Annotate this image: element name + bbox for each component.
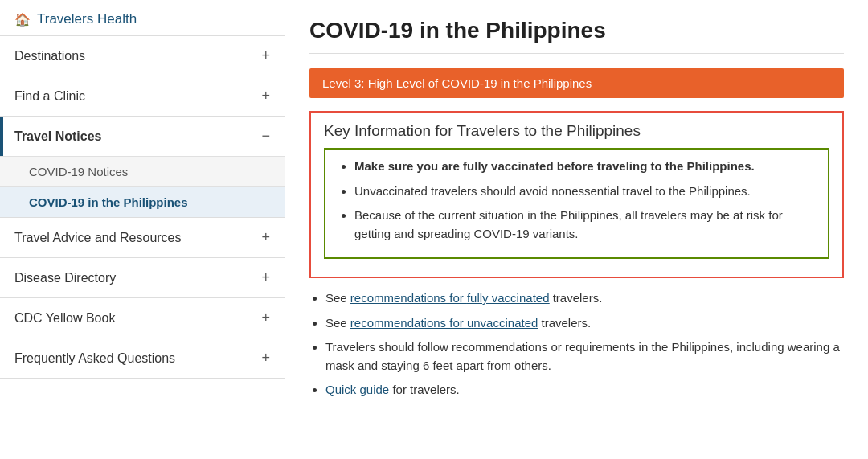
- sidebar: 🏠 Travelers Health Destinations + Find a…: [0, 0, 285, 459]
- unvaccinated-link[interactable]: recommendations for unvaccinated: [350, 316, 538, 330]
- green-bullet-3-text: Because of the current situation in the …: [354, 208, 783, 240]
- sidebar-item-faq-label: Frequently Asked Questions: [14, 351, 175, 366]
- green-bullet-1: Make sure you are fully vaccinated befor…: [354, 158, 815, 176]
- sidebar-item-disease-directory[interactable]: Disease Directory +: [0, 258, 285, 298]
- green-info-box: Make sure you are fully vaccinated befor…: [324, 148, 829, 259]
- outer-bullet-list: See recommendations for fully vaccinated…: [309, 289, 844, 400]
- outer-bullet-4-text-after: for travelers.: [392, 383, 459, 396]
- travel-advice-expand-icon: +: [261, 229, 270, 246]
- outer-bullet-1-text-after: travelers.: [553, 291, 603, 305]
- find-clinic-expand-icon: +: [261, 88, 270, 105]
- outer-bullet-3-text: Travelers should follow recommendations …: [326, 340, 840, 372]
- green-bullet-1-text: Make sure you are fully vaccinated befor…: [354, 159, 755, 173]
- travel-notices-submenu: COVID-19 Notices COVID-19 in the Philipp…: [0, 156, 285, 217]
- outer-bullet-2-text-after: travelers.: [542, 316, 592, 330]
- green-bullet-list: Make sure you are fully vaccinated befor…: [338, 158, 815, 243]
- sidebar-item-disease-directory-label: Disease Directory: [14, 271, 116, 285]
- sidebar-item-faq[interactable]: Frequently Asked Questions +: [0, 338, 285, 379]
- sidebar-home-label: Travelers Health: [37, 11, 137, 27]
- faq-expand-icon: +: [261, 350, 270, 367]
- outer-bullet-2: See recommendations for unvaccinated tra…: [326, 314, 844, 333]
- outer-bullet-1-text-before: See: [326, 291, 350, 305]
- outer-bullet-1: See recommendations for fully vaccinated…: [326, 289, 844, 308]
- page-title: COVID-19 in the Philippines: [309, 18, 844, 54]
- green-bullet-2-text: Unvaccinated travelers should avoid none…: [354, 184, 751, 198]
- sidebar-item-cdc-yellow-book[interactable]: CDC Yellow Book +: [0, 298, 285, 338]
- sidebar-item-travel-notices-label: Travel Notices: [14, 129, 102, 144]
- quick-guide-link[interactable]: Quick guide: [326, 383, 389, 396]
- main-content: COVID-19 in the Philippines Level 3: Hig…: [285, 0, 868, 459]
- key-info-title: Key Information for Travelers to the Phi…: [324, 122, 829, 140]
- sidebar-item-destinations-label: Destinations: [14, 49, 85, 64]
- key-info-box: Key Information for Travelers to the Phi…: [309, 111, 844, 278]
- sidebar-sub-item-covid-notices[interactable]: COVID-19 Notices: [0, 156, 285, 186]
- outer-bullet-2-text-before: See: [326, 316, 350, 330]
- travel-notices-expand-icon: −: [261, 128, 270, 145]
- home-icon: 🏠: [14, 12, 31, 27]
- outer-bullet-3: Travelers should follow recommendations …: [326, 338, 844, 375]
- disease-directory-expand-icon: +: [261, 269, 270, 286]
- sidebar-item-travel-advice-label: Travel Advice and Resources: [14, 231, 182, 245]
- cdc-yellow-book-expand-icon: +: [261, 309, 270, 326]
- sidebar-sub-item-covid-philippines[interactable]: COVID-19 in the Philippines: [0, 186, 285, 217]
- sidebar-item-find-clinic-label: Find a Clinic: [14, 89, 85, 104]
- sidebar-item-travel-advice[interactable]: Travel Advice and Resources +: [0, 218, 285, 258]
- outer-bullet-4: Quick guide for travelers.: [326, 381, 844, 400]
- sidebar-item-travel-notices[interactable]: Travel Notices − COVID-19 Notices COVID-…: [0, 117, 285, 218]
- green-bullet-3: Because of the current situation in the …: [354, 207, 815, 243]
- sidebar-item-destinations[interactable]: Destinations +: [0, 36, 285, 76]
- destinations-expand-icon: +: [261, 47, 270, 64]
- alert-banner: Level 3: High Level of COVID-19 in the P…: [309, 68, 844, 98]
- sidebar-item-cdc-yellow-book-label: CDC Yellow Book: [14, 311, 115, 326]
- sidebar-item-find-clinic[interactable]: Find a Clinic +: [0, 76, 285, 117]
- fully-vaccinated-link[interactable]: recommendations for fully vaccinated: [350, 291, 550, 305]
- sidebar-home[interactable]: 🏠 Travelers Health: [0, 0, 285, 36]
- green-bullet-2: Unvaccinated travelers should avoid none…: [354, 182, 815, 201]
